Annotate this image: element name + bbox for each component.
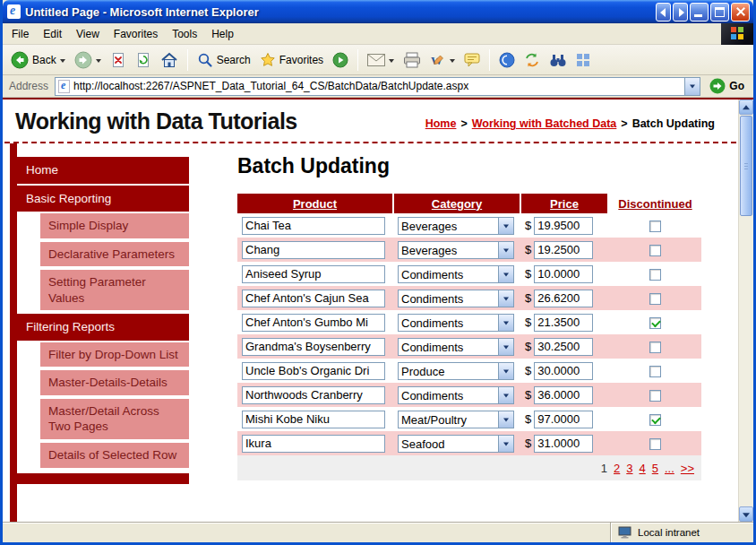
price-input[interactable] [534, 435, 593, 453]
titlebar-arrow-right-button[interactable] [673, 3, 688, 22]
product-input[interactable] [242, 241, 385, 259]
category-select[interactable]: Condiments [398, 314, 514, 332]
chevron-down-icon[interactable] [498, 411, 513, 428]
menu-favorites[interactable]: Favorites [107, 25, 165, 43]
back-button[interactable]: Back [7, 49, 69, 71]
product-input[interactable] [242, 314, 385, 332]
price-input[interactable] [534, 241, 593, 259]
tiles-button[interactable] [572, 51, 594, 69]
go-button[interactable]: Go [705, 78, 749, 94]
category-select[interactable]: Beverages [398, 217, 514, 235]
media-button[interactable] [329, 50, 352, 70]
menu-help[interactable]: Help [204, 25, 241, 43]
product-input[interactable] [242, 265, 385, 283]
menu-tools[interactable]: Tools [165, 25, 204, 43]
menu-file[interactable]: File [4, 25, 36, 43]
address-dropdown-button[interactable] [684, 78, 700, 95]
discontinued-checkbox[interactable] [649, 317, 661, 329]
category-select[interactable]: Condiments [398, 290, 514, 307]
product-input[interactable] [242, 362, 385, 380]
edit-button[interactable]: W [426, 50, 459, 70]
address-input[interactable]: http://localhost:2267/ASPNET_Data_Tutori… [55, 77, 700, 96]
home-button[interactable] [157, 50, 182, 70]
column-header-product[interactable]: Product [237, 194, 393, 213]
chevron-down-icon[interactable] [498, 290, 513, 307]
mail-button[interactable] [364, 52, 398, 68]
price-input[interactable] [534, 314, 593, 332]
sidebar-item-filter-by-drop-down-list[interactable]: Filter by Drop-Down List [40, 342, 189, 368]
breadcrumb-link-working-with-batched-data[interactable]: Working with Batched Data [472, 117, 617, 130]
product-input[interactable] [242, 217, 385, 235]
chevron-down-icon[interactable] [498, 387, 513, 403]
search-button[interactable]: Search [193, 50, 254, 70]
discontinued-checkbox[interactable] [649, 366, 661, 377]
chevron-down-icon[interactable] [498, 436, 513, 452]
sidebar-item-setting-parameter-values[interactable]: Setting Parameter Values [40, 270, 189, 310]
maximize-button[interactable] [710, 3, 729, 22]
discontinued-checkbox[interactable] [649, 438, 661, 450]
refresh-button[interactable] [132, 50, 155, 70]
column-header-price[interactable]: Price [520, 194, 608, 213]
category-select[interactable]: Condiments [398, 338, 514, 356]
price-input[interactable] [534, 362, 593, 380]
sidebar-item-simple-display[interactable]: Simple Display [40, 213, 189, 238]
category-select[interactable]: Produce [398, 362, 514, 380]
category-select[interactable]: Condiments [398, 386, 514, 404]
breadcrumb-link-home[interactable]: Home [425, 117, 457, 130]
sidebar-item-basic-reporting[interactable]: Basic Reporting [17, 186, 189, 212]
scroll-down-button[interactable] [739, 506, 753, 522]
category-select[interactable]: Meat/Poultry [398, 411, 514, 428]
scroll-track[interactable] [739, 217, 753, 506]
messenger-button[interactable] [495, 50, 519, 70]
price-input[interactable] [534, 217, 593, 235]
product-input[interactable] [242, 386, 385, 404]
sidebar-item-master-details-details[interactable]: Master-Details-Details [40, 370, 189, 395]
menu-edit[interactable]: Edit [36, 25, 69, 43]
product-input[interactable] [242, 290, 385, 307]
price-input[interactable] [534, 290, 593, 307]
chevron-down-icon[interactable] [498, 363, 513, 379]
chevron-down-icon[interactable] [498, 315, 513, 331]
category-select[interactable]: Beverages [398, 241, 514, 259]
stop-button[interactable] [107, 50, 130, 70]
vertical-scrollbar[interactable] [738, 99, 753, 522]
price-input[interactable] [534, 338, 593, 356]
discontinued-checkbox[interactable] [649, 414, 661, 426]
close-button[interactable] [731, 3, 750, 22]
price-input[interactable] [534, 265, 593, 283]
discontinued-checkbox[interactable] [649, 293, 661, 305]
chevron-down-icon[interactable] [498, 242, 513, 258]
scroll-up-button[interactable] [739, 99, 753, 115]
research-button[interactable] [546, 51, 571, 69]
discontinued-checkbox[interactable] [649, 269, 661, 281]
pager-link-item[interactable]: ... [665, 462, 674, 475]
sidebar-item-declarative-parameters[interactable]: Declarative Parameters [40, 242, 189, 267]
pager-link-2[interactable]: 2 [614, 462, 620, 475]
forward-dropdown-chevron-icon[interactable] [96, 59, 101, 63]
sidebar-item-master-detail-across-two-pages[interactable]: Master/Detail Across Two Pages [40, 399, 189, 439]
product-input[interactable] [242, 338, 385, 356]
print-button[interactable] [399, 50, 425, 70]
category-select[interactable]: Condiments [398, 265, 514, 283]
pager-link-item[interactable]: >> [681, 462, 694, 475]
back-dropdown-chevron-icon[interactable] [60, 59, 65, 63]
discontinued-checkbox[interactable] [649, 245, 661, 256]
mail-dropdown-chevron-icon[interactable] [389, 59, 394, 63]
sync-button[interactable] [520, 50, 544, 70]
product-input[interactable] [242, 411, 385, 428]
chevron-down-icon[interactable] [498, 339, 513, 355]
edit-dropdown-chevron-icon[interactable] [450, 59, 455, 63]
chevron-down-icon[interactable] [498, 266, 513, 282]
column-header-category[interactable]: Category [393, 194, 520, 213]
category-select[interactable]: Seafood [398, 435, 514, 453]
pager-link-4[interactable]: 4 [640, 462, 646, 475]
sidebar-item-filtering-reports[interactable]: Filtering Reports [17, 314, 189, 341]
pager-link-3[interactable]: 3 [626, 462, 632, 475]
address-url[interactable]: http://localhost:2267/ASPNET_Data_Tutori… [70, 80, 684, 92]
price-input[interactable] [534, 386, 593, 404]
chevron-down-icon[interactable] [498, 218, 513, 234]
forward-button[interactable] [71, 49, 105, 71]
sidebar-item-home[interactable]: Home [17, 157, 189, 184]
product-input[interactable] [242, 435, 385, 453]
menu-view[interactable]: View [69, 25, 107, 43]
